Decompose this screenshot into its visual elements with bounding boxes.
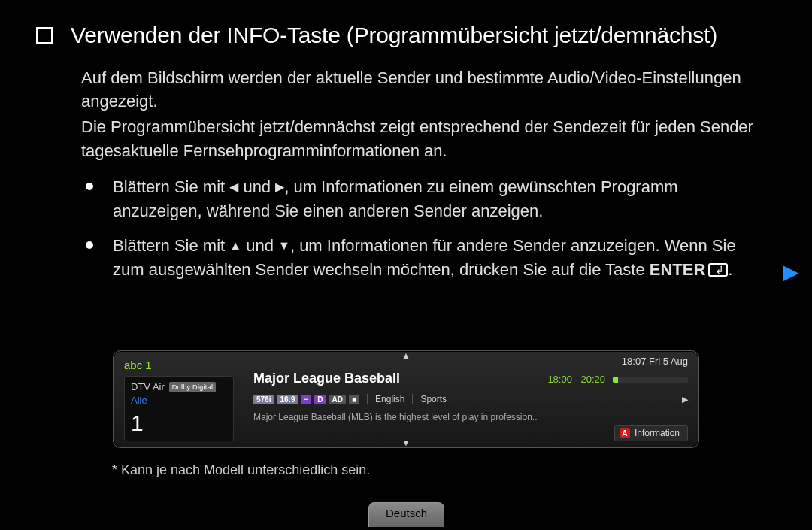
rating-label: Alle (131, 395, 227, 406)
bullet-1-pre: Blättern Sie mit (113, 177, 229, 196)
enter-key-label: ENTER (650, 260, 706, 279)
right-arrow-icon: ▶ (275, 178, 284, 195)
section-box-icon (36, 27, 53, 44)
audio-lang: English (375, 394, 404, 404)
badge-square-icon: ■ (349, 395, 359, 404)
next-page-arrow-icon[interactable]: ▶ (783, 259, 799, 284)
information-button[interactable]: A Information (614, 425, 688, 441)
broadcast-type: DTV Air (131, 381, 165, 392)
program-box: 18:07 Fri 5 Aug Major League Baseball 18… (243, 351, 698, 447)
progress-bar (613, 377, 688, 383)
left-arrow-icon: ◀ (229, 178, 238, 195)
badge-resolution: 576i (253, 395, 274, 404)
dolby-badge: Dolby Digital (169, 382, 216, 392)
badge-row: 576i 16:9 ≡ D AD ■ English Sports ▶ (253, 394, 688, 404)
information-button-label: Information (635, 428, 680, 438)
channel-subbox: DTV Air Dolby Digital Alle 1 (124, 376, 234, 441)
down-arrow-icon: ▼ (278, 237, 290, 254)
enter-key-icon (708, 263, 728, 277)
channel-number: 1 (131, 410, 227, 436)
program-info-panel: ▲ ▼ abc 1 DTV Air Dolby Digital Alle 1 1… (113, 350, 699, 448)
bullet-item-2: Blättern Sie mit ▲ und ▼, um Information… (113, 234, 767, 282)
badge-aspect: 16:9 (277, 395, 298, 404)
language-button[interactable]: Deutsch (368, 502, 444, 527)
divider-icon (412, 394, 413, 404)
bullet-item-1: Blättern Sie mit ◀ und ▶, um Information… (113, 175, 767, 223)
body-text: Auf dem Bildschirm werden der aktuelle S… (0, 50, 812, 282)
datetime-label: 18:07 Fri 5 Aug (622, 356, 688, 367)
bullet-2-mid: und (241, 236, 278, 255)
intro-para-1: Auf dem Bildschirm werden der aktuelle S… (81, 66, 767, 114)
footnote: * Kann je nach Modell unterschiedlich se… (112, 462, 370, 478)
panel-right-arrow-icon[interactable]: ▶ (682, 395, 688, 404)
genre-label: Sports (420, 394, 447, 404)
channel-box: abc 1 DTV Air Dolby Digital Alle 1 (114, 351, 243, 447)
bullet-2-pre: Blättern Sie mit (113, 236, 229, 255)
bullet-1-mid: und (238, 177, 275, 196)
divider-icon (367, 394, 368, 404)
progress-fill (613, 377, 618, 383)
program-time: 18:00 - 20:20 (547, 374, 605, 385)
badge-ad: AD (329, 395, 346, 404)
bullet-2-tail: . (728, 260, 732, 279)
page-title: Verwenden der INFO-Taste (Programmübersi… (71, 21, 717, 50)
intro-para-2: Die Programmübersicht jetzt/demnächst ze… (81, 115, 767, 163)
up-arrow-icon: ▲ (229, 237, 241, 254)
badge-subtitle-icon: ≡ (301, 395, 311, 404)
badge-d-icon: D (314, 395, 326, 404)
a-key-icon: A (620, 428, 630, 438)
channel-name: abc 1 (124, 359, 234, 371)
program-description: Major League Baseball (MLB) is the highe… (253, 412, 688, 422)
program-title: Major League Baseball (253, 371, 400, 386)
